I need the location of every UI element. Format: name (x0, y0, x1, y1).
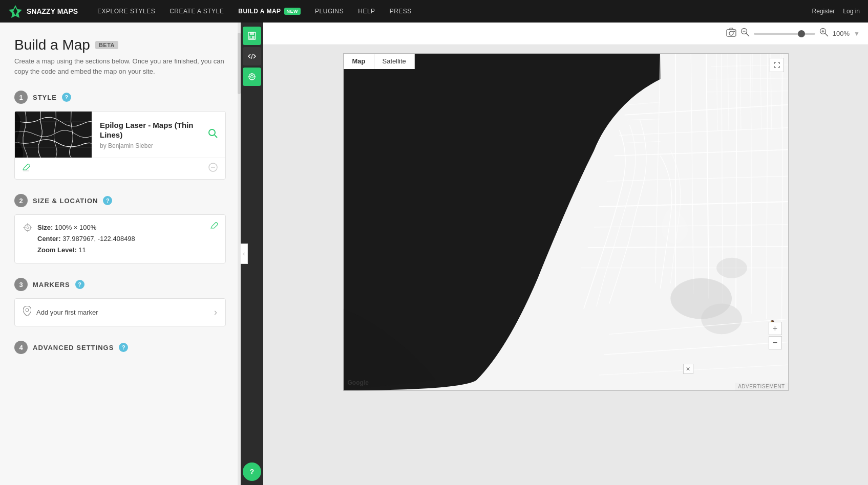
map-close-button[interactable]: × (683, 364, 693, 374)
svg-point-12 (27, 227, 29, 229)
remove-style-icon[interactable] (208, 162, 218, 175)
top-navigation: SNAZZY MAPS EXPLORE STYLES CREATE A STYL… (0, 0, 868, 23)
style-help-icon[interactable]: ? (62, 93, 71, 102)
zoom-label: Zoom Level: (37, 246, 77, 254)
left-panel: Build a Map BETA Create a map using the … (0, 23, 241, 383)
style-search-icon[interactable] (208, 128, 225, 141)
edit-style-icon[interactable] (22, 164, 30, 174)
nav-press[interactable]: PRESS (383, 0, 419, 23)
zoom-slider[interactable] (754, 33, 815, 35)
size-location-section: 2 SIZE & LOCATION ? (14, 194, 226, 263)
svg-line-29 (746, 33, 749, 36)
camera-icon[interactable] (726, 28, 736, 39)
advanced-title: ADVANCED SETTINGS (33, 344, 114, 351)
svg-line-4 (215, 135, 217, 138)
google-watermark: Google (348, 379, 369, 386)
svg-point-24 (251, 76, 253, 78)
size-location-row: Size: 100% × 100% Center: 37.987967, -12… (23, 222, 217, 256)
add-marker-label: Add your first marker (36, 308, 98, 316)
size-label: Size: (37, 224, 53, 231)
chevron-right-icon: › (214, 307, 217, 318)
advanced-help[interactable]: ? (119, 343, 128, 352)
scroll-thumb[interactable] (238, 33, 241, 94)
logo-text: SNAZZY MAPS (27, 7, 78, 15)
nav-build-map[interactable]: BUILD A MAP NEW (231, 0, 308, 23)
nav-plugins[interactable]: PLUGINS (308, 0, 351, 23)
nav-explore-styles[interactable]: EXPLORE STYLES (90, 0, 162, 23)
markers-title: MARKERS (33, 281, 70, 289)
center-label: Center: (37, 235, 61, 242)
map-zoom-in-button[interactable]: + (769, 322, 782, 335)
style-author: by Benjamin Sieber (100, 142, 200, 149)
map-frame: Map Satellite (343, 53, 789, 391)
page-description: Create a map using the sections below. O… (14, 56, 226, 76)
zoom-dropdown-arrow[interactable]: ▼ (854, 30, 860, 37)
map-zoom-out-button[interactable]: − (769, 336, 782, 349)
advertisement-label: ADVERTISEMENT (735, 383, 788, 390)
save-toolbar-button[interactable] (243, 27, 261, 45)
nav-create-style[interactable]: CREATE A STYLE (162, 0, 231, 23)
style-info: Epilog Laser - Maps (Thin Lines) by Benj… (92, 114, 208, 156)
map-zoom-controls: + − (769, 322, 782, 349)
markers-section: 3 MARKERS ? Add your first marker (14, 278, 226, 326)
svg-line-18 (251, 54, 252, 59)
size-location-text: Size: 100% × 100% Center: 37.987967, -12… (37, 222, 217, 256)
style-section-number: 1 (14, 91, 28, 104)
nav-right: Register Log in (812, 8, 860, 15)
zoom-out-map-icon[interactable] (740, 28, 750, 39)
style-section-header: 1 STYLE ? (14, 91, 226, 104)
map-tab-satellite[interactable]: Satellite (374, 54, 415, 69)
code-toolbar-button[interactable] (243, 47, 261, 65)
map-tab-map[interactable]: Map (344, 54, 374, 69)
page-title: Build a Map BETA (14, 37, 226, 53)
style-section: 1 STYLE ? (14, 91, 226, 180)
size-location-card: Size: 100% × 100% Center: 37.987967, -12… (14, 214, 226, 263)
svg-point-64 (701, 304, 742, 335)
svg-rect-15 (250, 32, 254, 35)
crosshair-icon (23, 223, 32, 235)
zoom-slider-thumb[interactable] (798, 30, 805, 37)
pin-icon (23, 306, 31, 319)
register-link[interactable]: Register (812, 8, 835, 15)
zoom-percent: 100% (833, 30, 850, 37)
thumbnail-svg (15, 112, 92, 158)
map-container: Map Satellite (263, 45, 868, 485)
size-location-help[interactable]: ? (103, 196, 112, 205)
svg-point-26 (729, 31, 733, 35)
nav-links: EXPLORE STYLES CREATE A STYLE BUILD A MA… (90, 0, 812, 23)
collapse-panel-button[interactable]: ‹ (241, 244, 248, 264)
map-area: 100% ▼ Map Satellite (263, 23, 868, 485)
beta-badge: BETA (95, 41, 118, 49)
style-card-footer (15, 158, 225, 179)
advanced-section: 4 ADVANCED SETTINGS ? (14, 341, 226, 354)
size-value: 100% × 100% (55, 224, 96, 231)
zoom-in-map-icon[interactable] (819, 28, 829, 39)
style-card: Epilog Laser - Maps (Thin Lines) by Benj… (14, 111, 226, 180)
logo[interactable]: SNAZZY MAPS (8, 4, 78, 18)
markers-header: 3 MARKERS ? (14, 278, 226, 291)
login-link[interactable]: Log in (843, 8, 860, 15)
markers-number: 3 (14, 278, 28, 291)
center-value: 37.987967, -122.408498 (62, 235, 135, 242)
marker-card-left: Add your first marker (23, 306, 98, 319)
map-svg (344, 54, 788, 390)
svg-rect-17 (250, 36, 252, 38)
style-card-main: Epilog Laser - Maps (Thin Lines) by Benj… (15, 112, 225, 158)
map-toolbar: 100% ▼ (263, 23, 868, 45)
markers-help[interactable]: ? (75, 280, 84, 289)
svg-line-32 (825, 33, 828, 36)
svg-point-65 (716, 258, 747, 278)
zoom-value: 11 (78, 246, 86, 254)
advanced-number: 4 (14, 341, 28, 354)
add-marker-card[interactable]: Add your first marker › (14, 298, 226, 326)
size-location-number: 2 (14, 194, 28, 207)
edit-size-location-icon[interactable] (210, 222, 218, 232)
size-location-header: 2 SIZE & LOCATION ? (14, 194, 226, 207)
svg-point-3 (209, 129, 215, 136)
nav-help[interactable]: HELP (351, 0, 382, 23)
toolbar-help-button[interactable]: ? (243, 462, 261, 481)
style-thumbnail (15, 112, 92, 158)
map-fullscreen-button[interactable] (770, 58, 784, 72)
location-toolbar-button[interactable] (243, 68, 261, 86)
logo-icon (8, 4, 23, 18)
